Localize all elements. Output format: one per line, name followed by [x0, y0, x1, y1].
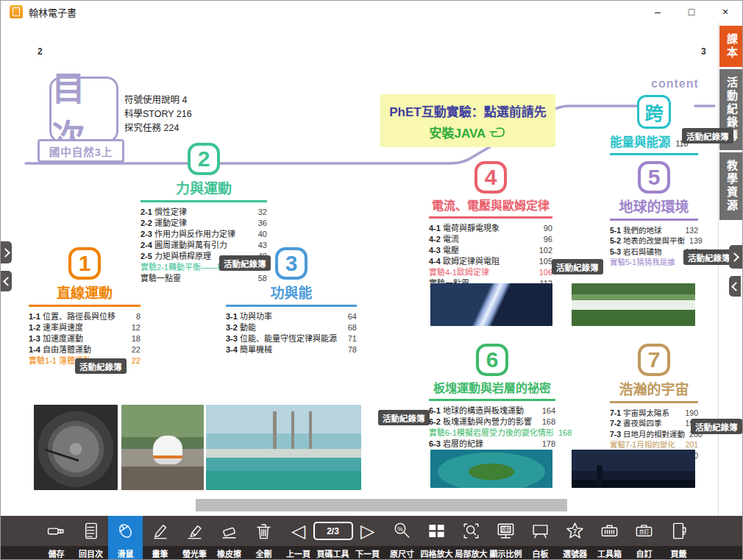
activity-notebook-badge[interactable]: 活動紀錄簿	[682, 128, 733, 143]
toolbar-custom[interactable]: 自訂自訂	[627, 516, 661, 560]
left-panel-expand-arrow[interactable]	[1, 241, 12, 263]
toolbar-eraser[interactable]: 橡皮擦	[212, 516, 246, 560]
maximize-button[interactable]: □	[675, 1, 708, 23]
content-label: content	[651, 77, 699, 91]
toolbar-page-tabs[interactable]: 頁籤	[661, 516, 696, 560]
side-tab-teaching-resources[interactable]: 教學資源	[719, 152, 743, 220]
toolbar-display-scale[interactable]: 固定顯示比例	[488, 516, 523, 560]
highlighter-icon	[177, 516, 212, 546]
toolbar-highlighter[interactable]: 螢光筆	[177, 516, 212, 560]
toc-item[interactable]: 7-1 宇宙與太陽系190	[610, 408, 698, 419]
cross-section-title[interactable]: 能量與能源	[610, 132, 671, 150]
toolbar-prev-page[interactable]: ◁上一頁	[281, 516, 316, 560]
activity-notebook-badge[interactable]: 活動紀錄簿	[219, 255, 271, 271]
save-icon	[39, 516, 74, 546]
toc-item[interactable]: 6-1 地球的構造與板塊運動164	[429, 405, 555, 417]
toc-item[interactable]: 1-4 自由落體運動22	[29, 344, 141, 355]
front-matter-item[interactable]: 符號使用說明 4	[124, 93, 192, 107]
photo-island-coast	[430, 450, 552, 488]
front-matter-item[interactable]: 探究任務 224	[124, 121, 192, 135]
chevron-right-icon	[1, 248, 10, 258]
toc-item[interactable]: 4-2 電流96	[429, 234, 552, 245]
toc-item[interactable]: 6-2 板塊運動與內營力的影響168	[429, 417, 555, 428]
toc-item[interactable]: 2-3 作用力與反作用力定律40	[141, 229, 267, 240]
toc-item[interactable]: 3-1 功與功率64	[226, 311, 357, 322]
toolbar-label: 白板	[533, 546, 549, 560]
toolbar-original-size[interactable]: %原尺寸	[385, 516, 419, 560]
toolbar-back-to-toc[interactable]: 回目次	[74, 516, 108, 560]
toc-item[interactable]: 實驗4-1歐姆定律106	[429, 267, 552, 278]
left-panel-collapse-arrow[interactable]	[1, 271, 12, 291]
activity-notebook-badge[interactable]: 活動紀錄簿	[75, 358, 127, 374]
chapter-number-badge: 6	[476, 344, 508, 376]
svg-text:7: 7	[573, 528, 577, 535]
phet-notice-line1: PhET互動實驗：點選前請先	[380, 102, 555, 120]
toolbar-save[interactable]: 儲存	[39, 516, 74, 560]
toc-item[interactable]: 3-4 簡單機械78	[226, 344, 357, 355]
toolbar-delete-all[interactable]: 全刪	[246, 516, 281, 560]
photo-waterfall	[572, 283, 695, 326]
toolbar-next-page[interactable]: ▷下一頁	[350, 516, 385, 560]
chapter-number-badge: 1	[68, 247, 101, 280]
toc-item[interactable]: 6-3 岩層的紀錄178	[429, 439, 555, 450]
chapter-rule	[429, 216, 552, 219]
photo-speedometer	[34, 405, 118, 490]
chapter-item-list: 6-1 地球的構造與板塊運動1646-2 板塊運動與內營力的影響168實驗6-1…	[429, 405, 555, 450]
toolbar-pen[interactable]: 畫筆	[143, 516, 177, 560]
svg-text:自訂: 自訂	[639, 528, 650, 535]
activity-notebook-badge[interactable]: 活動紀錄簿	[378, 410, 430, 425]
toc-item[interactable]: 1-1 位置、路徑長與位移8	[29, 311, 141, 322]
toc-item[interactable]: 實驗6-1模擬岩層受力後的變化情形168	[429, 428, 555, 439]
activity-notebook-badge[interactable]: 活動紀錄簿	[683, 249, 735, 265]
toc-item[interactable]: 5-1 我們的地球132	[610, 225, 698, 236]
activity-notebook-badge[interactable]: 活動紀錄簿	[552, 259, 603, 274]
toc-item[interactable]: 2-2 運動定律36	[141, 218, 267, 229]
workspace: 2 3 content 目次 國中自然3上 符號使用說明 4科學STORY 21…	[1, 23, 743, 516]
toolbar-label: 全刪	[256, 546, 272, 560]
toc-item[interactable]: 1-2 速率與速度12	[29, 322, 141, 333]
toc-item[interactable]: 3-2 動能68	[226, 322, 357, 333]
chapter-title: 板塊運動與岩層的祕密	[429, 378, 555, 396]
side-tab-textbook[interactable]: 課本	[719, 26, 743, 67]
right-panel-expand-arrow[interactable]	[729, 245, 742, 269]
activity-notebook-badge[interactable]: 活動紀錄簿	[691, 419, 742, 434]
toolbar-label: 橡皮擦	[217, 546, 241, 560]
delete-all-icon	[246, 516, 281, 546]
chapter-rule	[610, 401, 698, 403]
window-controls: – □ ×	[641, 1, 742, 23]
toc-item[interactable]: 1-3 加速度運動18	[29, 333, 141, 344]
toc-item[interactable]: 7-2 晝夜與四季196	[610, 418, 698, 429]
title-bar: 翰林電子書 – □ ×	[1, 1, 742, 24]
toolbar-whiteboard[interactable]: 白板	[523, 516, 558, 560]
chapter-rule	[610, 219, 698, 221]
minimize-button[interactable]: –	[641, 1, 675, 23]
toc-item[interactable]: 3-3 位能、能量守恆定律與能源71	[226, 333, 357, 344]
right-panel-collapse-arrow[interactable]	[729, 276, 741, 297]
toc-item[interactable]: 4-1 電荷與靜電現象90	[429, 223, 552, 234]
toolbar-mouse[interactable]: 滑鼠	[108, 516, 143, 560]
toolbar-number-picker[interactable]: 7選號器	[558, 516, 592, 560]
toolbar-four-grid-zoom[interactable]: 四格放大	[419, 516, 454, 560]
toc-item[interactable]: 7-3 日地月的相對運動200	[610, 429, 698, 440]
toolbar-page-number-tool[interactable]: 2/3頁碼工具	[316, 516, 350, 560]
toolbar-partial-zoom[interactable]: 局部放大	[454, 516, 488, 560]
photo-power-plant	[206, 405, 361, 490]
close-button[interactable]: ×	[708, 1, 742, 23]
horizontal-scrollbar[interactable]	[196, 499, 567, 511]
toc-item[interactable]: 4-3 電壓102	[429, 245, 552, 256]
toolbar-toolbox[interactable]: 工具箱	[592, 516, 627, 560]
eraser-icon	[212, 516, 246, 546]
toc-item[interactable]: 4-4 歐姆定律與電阻105	[429, 256, 552, 267]
left-triangle-icon: ◁	[291, 522, 305, 540]
chapter-title: 力與運動	[141, 177, 267, 197]
toolbar-label: 局部放大	[455, 546, 488, 560]
four-grid-zoom-icon	[419, 516, 454, 546]
toc-item[interactable]: 2-1 慣性定律32	[141, 207, 267, 218]
toc-item[interactable]: 實驗7-1月相的變化201	[610, 439, 698, 450]
toc-item[interactable]: 5-2 地表的改變與平衡139	[610, 235, 698, 247]
phet-notice-banner[interactable]: PhET互動實驗：點選前請先 安裝JAVA	[380, 94, 555, 147]
left-page-number: 2	[38, 46, 43, 57]
original-size-icon: %	[385, 516, 419, 546]
front-matter-item[interactable]: 科學STORY 216	[124, 107, 192, 121]
chevron-left-icon	[731, 282, 741, 291]
